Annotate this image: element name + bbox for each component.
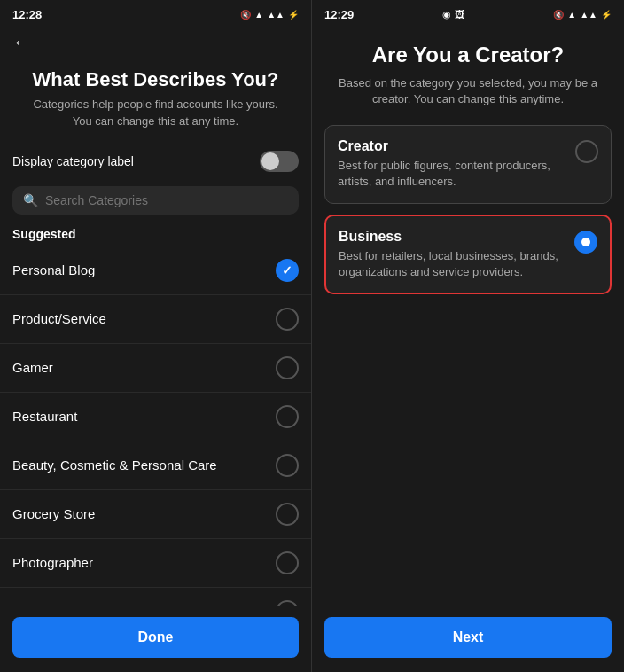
- wifi-icon-right: ▲: [567, 10, 576, 20]
- category-label: Photographer: [12, 555, 93, 570]
- creator-card-content: Creator Best for public figures, content…: [338, 138, 566, 190]
- display-category-toggle[interactable]: [260, 151, 299, 172]
- right-status-icons: 🔇 ▲ ▲▲ ⚡: [553, 10, 612, 20]
- creator-options: Creator Best for public figures, content…: [312, 125, 624, 294]
- business-card-content: Business Best for retailers, local busin…: [339, 229, 566, 280]
- battery-icon: ⚡: [288, 10, 299, 20]
- radio-business[interactable]: [574, 231, 597, 254]
- creator-card-desc: Best for public figures, content produce…: [338, 158, 566, 190]
- list-item[interactable]: Personal Blog: [0, 246, 311, 295]
- radio-photographer[interactable]: [276, 551, 299, 574]
- category-label: Gamer: [12, 360, 53, 375]
- list-item[interactable]: Beauty, Cosmetic & Personal Care: [0, 441, 311, 490]
- radio-creator[interactable]: [575, 140, 598, 163]
- right-status-bar: 12:29 ◉ 🖼 🔇 ▲ ▲▲ ⚡: [312, 0, 624, 25]
- signal-icon: ▲▲: [267, 10, 285, 20]
- battery-icon-right: ⚡: [601, 10, 612, 20]
- list-item[interactable]: Product/Service: [0, 295, 311, 344]
- category-label: Personal Blog: [12, 262, 95, 277]
- next-button[interactable]: Next: [324, 617, 612, 658]
- left-phone-panel: 12:28 🔇 ▲ ▲▲ ⚡ ← What Best Describes You…: [0, 0, 312, 672]
- category-label: Grocery Store: [12, 506, 95, 521]
- left-panel-title: What Best Describes You?: [0, 59, 311, 97]
- display-category-label: Display category label: [12, 154, 134, 168]
- left-panel-subtitle: Categories help people find accounts lik…: [0, 97, 311, 141]
- back-button[interactable]: ←: [0, 25, 311, 59]
- back-arrow-icon: ←: [12, 32, 30, 51]
- wifi-icon: ▲: [254, 10, 263, 20]
- radio-shopping[interactable]: [276, 600, 299, 606]
- right-phone-panel: 12:29 ◉ 🖼 🔇 ▲ ▲▲ ⚡ Are You a Creator? Ba…: [312, 0, 624, 672]
- creator-card[interactable]: Creator Best for public figures, content…: [324, 125, 612, 203]
- image-icon: 🖼: [455, 9, 464, 20]
- category-label: Beauty, Cosmetic & Personal Care: [12, 457, 217, 473]
- mute-icon: 🔇: [240, 10, 251, 20]
- radio-product-service[interactable]: [276, 308, 299, 331]
- radio-restaurant[interactable]: [276, 405, 299, 428]
- bottom-bar: Done: [0, 606, 311, 672]
- left-status-bar: 12:28 🔇 ▲ ▲▲ ⚡: [0, 0, 311, 25]
- right-bottom-bar: Next: [312, 606, 624, 672]
- instagram-icon: ◉: [442, 9, 451, 20]
- display-category-row: Display category label: [0, 142, 311, 181]
- signal-icon-right: ▲▲: [580, 10, 597, 20]
- list-item[interactable]: Gamer: [0, 344, 311, 393]
- list-item[interactable]: Photographer: [0, 539, 311, 588]
- search-icon: 🔍: [23, 193, 38, 207]
- radio-grocery[interactable]: [276, 503, 299, 526]
- business-card-title: Business: [339, 229, 566, 245]
- done-button[interactable]: Done: [12, 617, 299, 658]
- suggested-section-label: Suggested: [0, 223, 311, 246]
- list-item[interactable]: Restaurant: [0, 393, 311, 441]
- business-card[interactable]: Business Best for retailers, local busin…: [324, 215, 612, 294]
- radio-personal-blog[interactable]: [276, 259, 299, 282]
- left-status-icons: 🔇 ▲ ▲▲ ⚡: [240, 10, 299, 20]
- toggle-knob: [261, 152, 279, 170]
- search-input[interactable]: [45, 193, 288, 207]
- category-label: Product/Service: [12, 311, 106, 326]
- business-card-desc: Best for retailers, local businesses, br…: [339, 248, 566, 280]
- list-item[interactable]: Shopping & Retail: [0, 588, 311, 606]
- right-spacer: [312, 294, 624, 606]
- search-box[interactable]: 🔍: [12, 186, 299, 215]
- category-label: Restaurant: [12, 409, 77, 424]
- left-status-time: 12:28: [12, 8, 42, 21]
- radio-gamer[interactable]: [276, 356, 299, 379]
- right-panel-title: Are You a Creator?: [312, 25, 624, 75]
- radio-beauty[interactable]: [276, 454, 299, 477]
- right-status-middle-icons: ◉ 🖼: [442, 9, 464, 20]
- category-list: Personal Blog Product/Service Gamer Rest…: [0, 246, 311, 606]
- list-item[interactable]: Grocery Store: [0, 490, 311, 539]
- right-panel-subtitle: Based on the category you selected, you …: [312, 75, 624, 125]
- right-status-time: 12:29: [324, 8, 354, 21]
- mute-icon-right: 🔇: [553, 10, 564, 20]
- creator-card-title: Creator: [338, 138, 566, 154]
